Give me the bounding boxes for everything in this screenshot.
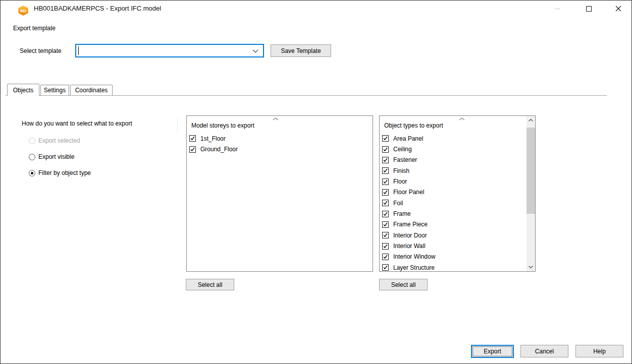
close-icon [615, 6, 621, 12]
types-header-label: Object types to export [384, 122, 443, 129]
list-item-label: Finish [393, 167, 409, 174]
window-title: HB001BADKAMERPCS - Export IFC model [34, 1, 161, 17]
list-item-label: Floor [393, 178, 407, 185]
list-item-label: Ground_Floor [200, 146, 238, 153]
column-divider [177, 117, 178, 132]
check-icon [383, 201, 388, 205]
checkbox[interactable] [189, 135, 196, 142]
checkbox[interactable] [382, 178, 389, 185]
checkbox[interactable] [382, 211, 389, 217]
list-item[interactable]: Ceiling [380, 144, 526, 154]
radio-export-visible[interactable]: Export visible [29, 153, 74, 161]
tab-settings[interactable]: Settings [40, 85, 69, 95]
checkbox[interactable] [382, 135, 389, 142]
scroll-down-button[interactable] [526, 263, 535, 271]
tab-objects[interactable]: Objects [7, 84, 39, 96]
list-item[interactable]: Floor [380, 176, 526, 187]
checkbox[interactable] [189, 146, 196, 153]
cancel-button[interactable]: Cancel [520, 345, 568, 357]
chevron-up-icon [529, 119, 533, 122]
close-button[interactable] [610, 1, 626, 17]
check-icon [383, 255, 388, 259]
help-button[interactable]: Help [575, 345, 623, 357]
select-template-label: Select template [20, 47, 62, 54]
list-item-label: 1st_Floor [200, 135, 226, 142]
list-item[interactable]: Layer Structure [380, 262, 526, 271]
list-item-label: Foil [393, 200, 403, 207]
checkbox[interactable] [382, 221, 389, 228]
list-item[interactable]: Ground_Floor [187, 144, 373, 154]
check-icon [383, 168, 388, 173]
model-storeys-list: Model storeys to export 1st_FloorGround_… [186, 115, 373, 272]
radio-icon [29, 138, 35, 144]
chevron-down-icon [529, 266, 533, 268]
check-icon [190, 136, 195, 141]
checkbox[interactable] [382, 167, 389, 174]
list-item[interactable]: Fastener [380, 155, 526, 165]
list-item[interactable]: Frame Piece [380, 219, 526, 230]
tab-strip-divider [6, 95, 607, 96]
radio-label: Export selected [38, 137, 80, 144]
list-item-label: Interior Wall [393, 242, 426, 250]
list-item-label: Fastener [393, 156, 417, 163]
tab-coordinates[interactable]: Coordinates [70, 85, 113, 95]
list-item[interactable]: Area Panel [380, 133, 526, 144]
list-item-label: Frame Piece [393, 221, 428, 228]
vertical-scrollbar[interactable] [526, 116, 535, 271]
scroll-up-button[interactable] [526, 116, 535, 125]
checkbox[interactable] [382, 189, 389, 196]
list-item[interactable]: Finish [380, 165, 526, 176]
export-button[interactable]: Export [472, 346, 512, 356]
minimize-icon [554, 9, 560, 9]
app-icon: BD [18, 6, 29, 16]
check-icon [383, 265, 388, 270]
check-icon [383, 136, 388, 141]
check-icon [383, 190, 388, 195]
radio-icon[interactable] [29, 170, 35, 176]
radio-export-selected: Export selected [29, 137, 80, 145]
titlebar: BD HB001BADKAMERPCS - Export IFC model [1, 1, 631, 17]
list-item[interactable]: Interior Window [380, 252, 526, 262]
minimize-button[interactable] [549, 1, 565, 17]
export-ifc-dialog: BD HB001BADKAMERPCS - Export IFC model E… [0, 0, 632, 364]
types-select-all-button[interactable]: Select all [379, 279, 428, 290]
maximize-button[interactable] [581, 1, 597, 17]
list-item[interactable]: Floor Panel [380, 187, 526, 198]
checkbox[interactable] [382, 157, 389, 163]
list-item-label: Area Panel [393, 135, 423, 142]
radio-label: Export visible [38, 153, 74, 160]
chevron-down-icon[interactable] [252, 49, 258, 53]
list-item-label: Layer Structure [393, 264, 435, 271]
list-item[interactable]: Interior Wall [380, 240, 526, 251]
radio-icon[interactable] [29, 154, 35, 160]
list-item[interactable]: Interior Door [380, 230, 526, 240]
checkbox[interactable] [382, 254, 389, 260]
radio-label: Filter by object type [38, 169, 91, 176]
checkbox[interactable] [382, 200, 389, 206]
storeys-header-label: Model storeys to export [191, 122, 254, 129]
scrollbar-thumb[interactable] [526, 128, 535, 214]
storeys-select-all-button[interactable]: Select all [186, 279, 234, 290]
list-item-label: Frame [393, 210, 411, 217]
list-item[interactable]: Foil [380, 198, 526, 208]
check-icon [383, 158, 388, 162]
check-icon [383, 212, 388, 216]
checkbox[interactable] [382, 146, 389, 153]
checkbox[interactable] [382, 264, 389, 271]
template-combobox[interactable] [75, 44, 264, 57]
app-icon-text: BD [20, 9, 26, 13]
checkbox[interactable] [382, 232, 389, 238]
check-icon [383, 233, 388, 237]
export-template-group-label: Export template [13, 25, 56, 32]
list-item-label: Interior Window [393, 253, 435, 260]
check-icon [383, 222, 388, 227]
checkbox[interactable] [382, 243, 389, 250]
list-item[interactable]: Frame [380, 208, 526, 219]
save-template-button[interactable]: Save Template [271, 44, 331, 57]
selection-question-label: How do you want to select what to export [22, 120, 132, 127]
list-item-label: Interior Door [393, 232, 427, 239]
sort-ascending-icon [273, 117, 279, 120]
radio-filter-by-object-type[interactable]: Filter by object type [29, 169, 91, 177]
list-item-label: Floor Panel [393, 189, 424, 196]
list-item[interactable]: 1st_Floor [187, 133, 373, 144]
